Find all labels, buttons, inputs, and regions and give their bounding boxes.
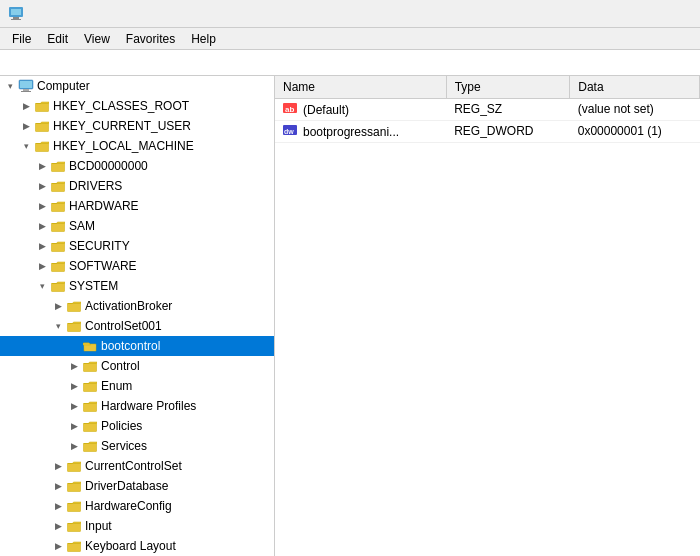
svg-rect-5 <box>20 81 32 88</box>
folder-icon-system <box>50 278 66 294</box>
cell-name-0: ab(Default) <box>275 98 446 120</box>
svg-rect-28 <box>68 524 81 532</box>
svg-rect-27 <box>68 504 81 512</box>
svg-rect-24 <box>84 444 97 452</box>
folder-icon-hardware_profiles <box>82 398 98 414</box>
folder-icon-services <box>82 438 98 454</box>
expand-arrow-enum[interactable]: ▶ <box>66 381 82 391</box>
expand-arrow-currentcontrolset[interactable]: ▶ <box>50 461 66 471</box>
folder-icon-software <box>50 258 66 274</box>
folder-icon-sam <box>50 218 66 234</box>
cell-data-0: (value not set) <box>570 98 700 120</box>
svg-rect-2 <box>13 17 19 19</box>
expand-arrow-hardwareconfig[interactable]: ▶ <box>50 501 66 511</box>
tree-item-keyboard_layout[interactable]: ▶ Keyboard Layout <box>0 536 274 556</box>
expand-arrow-controlset001[interactable]: ▾ <box>50 321 66 331</box>
menu-item-file[interactable]: File <box>4 30 39 48</box>
expand-arrow-policies[interactable]: ▶ <box>66 421 82 431</box>
tree-item-bootcontrol[interactable]: bootcontrol <box>0 336 274 356</box>
table-header: NameTypeData <box>275 76 700 98</box>
expand-arrow-hardware_profiles[interactable]: ▶ <box>66 401 82 411</box>
expand-arrow-keyboard_layout[interactable]: ▶ <box>50 541 66 551</box>
cell-type-1: REG_DWORD <box>446 120 570 142</box>
tree-label-input: Input <box>85 519 112 533</box>
tree-item-hardware_profiles[interactable]: ▶ Hardware Profiles <box>0 396 274 416</box>
tree-item-enum[interactable]: ▶ Enum <box>0 376 274 396</box>
expand-arrow-activationbroker[interactable]: ▶ <box>50 301 66 311</box>
tree-item-computer[interactable]: ▾ Computer <box>0 76 274 96</box>
expand-arrow-drivers[interactable]: ▶ <box>34 181 50 191</box>
tree-item-input[interactable]: ▶ Input <box>0 516 274 536</box>
tree-item-hkey_current_user[interactable]: ▶ HKEY_CURRENT_USER <box>0 116 274 136</box>
tree-label-policies: Policies <box>101 419 142 433</box>
tree-pane[interactable]: ▾ Computer▶ HKEY_CLASSES_ROOT▶ HKEY_CURR… <box>0 76 275 556</box>
tree-item-system[interactable]: ▾ SYSTEM <box>0 276 274 296</box>
expand-arrow-system[interactable]: ▾ <box>34 281 50 291</box>
tree-item-drivers[interactable]: ▶ DRIVERS <box>0 176 274 196</box>
tree-item-hkey_classes_root[interactable]: ▶ HKEY_CLASSES_ROOT <box>0 96 274 116</box>
menu-item-view[interactable]: View <box>76 30 118 48</box>
expand-arrow-hkey_local_machine[interactable]: ▾ <box>18 141 34 151</box>
table-body: ab(Default)REG_SZ(value not set)dwbootpr… <box>275 98 700 142</box>
folder-icon-security <box>50 238 66 254</box>
svg-rect-11 <box>52 164 65 172</box>
expand-arrow-hkey_classes_root[interactable]: ▶ <box>18 101 34 111</box>
svg-rect-12 <box>52 184 65 192</box>
tree-item-software[interactable]: ▶ SOFTWARE <box>0 256 274 276</box>
expand-arrow-computer[interactable]: ▾ <box>2 81 18 91</box>
tree-item-hardwareconfig[interactable]: ▶ HardwareConfig <box>0 496 274 516</box>
expand-arrow-security[interactable]: ▶ <box>34 241 50 251</box>
tree-label-software: SOFTWARE <box>69 259 137 273</box>
cell-name-1: dwbootprogressani... <box>275 120 446 142</box>
col-header-data: Data <box>570 76 700 98</box>
tree-label-system: SYSTEM <box>69 279 118 293</box>
tree-label-hardware_profiles: Hardware Profiles <box>101 399 196 413</box>
tree-label-controlset001: ControlSet001 <box>85 319 162 333</box>
tree-label-hkey_current_user: HKEY_CURRENT_USER <box>53 119 191 133</box>
tree-item-control[interactable]: ▶ Control <box>0 356 274 376</box>
expand-arrow-software[interactable]: ▶ <box>34 261 50 271</box>
tree-item-policies[interactable]: ▶ Policies <box>0 416 274 436</box>
expand-arrow-sam[interactable]: ▶ <box>34 221 50 231</box>
expand-arrow-hardware[interactable]: ▶ <box>34 201 50 211</box>
reg-value-icon-1: dw <box>283 124 299 136</box>
menu-item-edit[interactable]: Edit <box>39 30 76 48</box>
svg-rect-3 <box>11 19 21 20</box>
tree-item-bcd00000000[interactable]: ▶ BCD00000000 <box>0 156 274 176</box>
folder-icon-drivers <box>50 178 66 194</box>
expand-arrow-services[interactable]: ▶ <box>66 441 82 451</box>
tree-item-controlset001[interactable]: ▾ ControlSet001 <box>0 316 274 336</box>
tree-item-sam[interactable]: ▶ SAM <box>0 216 274 236</box>
svg-rect-21 <box>84 384 97 392</box>
tree-label-hkey_local_machine: HKEY_LOCAL_MACHINE <box>53 139 194 153</box>
tree-item-hardware[interactable]: ▶ HARDWARE <box>0 196 274 216</box>
expand-arrow-bcd00000000[interactable]: ▶ <box>34 161 50 171</box>
expand-arrow-driverdatabase[interactable]: ▶ <box>50 481 66 491</box>
tree-label-keyboard_layout: Keyboard Layout <box>85 539 176 553</box>
title-bar <box>0 0 700 28</box>
folder-icon-activationbroker <box>66 298 82 314</box>
table-row-1[interactable]: dwbootprogressani...REG_DWORD0x00000001 … <box>275 120 700 142</box>
svg-rect-9 <box>36 124 49 132</box>
cell-name-text-1: bootprogressani... <box>303 125 399 139</box>
col-header-type: Type <box>446 76 570 98</box>
expand-arrow-input[interactable]: ▶ <box>50 521 66 531</box>
menu-item-help[interactable]: Help <box>183 30 224 48</box>
svg-rect-7 <box>21 91 31 92</box>
folder-icon-keyboard_layout <box>66 538 82 554</box>
tree-item-driverdatabase[interactable]: ▶ DriverDatabase <box>0 476 274 496</box>
address-bar <box>0 50 700 76</box>
tree-item-security[interactable]: ▶ SECURITY <box>0 236 274 256</box>
svg-rect-19 <box>68 324 81 332</box>
tree-item-services[interactable]: ▶ Services <box>0 436 274 456</box>
expand-arrow-hkey_current_user[interactable]: ▶ <box>18 121 34 131</box>
tree-item-activationbroker[interactable]: ▶ ActivationBroker <box>0 296 274 316</box>
folder-icon-control <box>82 358 98 374</box>
tree-item-currentcontrolset[interactable]: ▶ CurrentControlSet <box>0 456 274 476</box>
expand-arrow-control[interactable]: ▶ <box>66 361 82 371</box>
tree-item-hkey_local_machine[interactable]: ▾ HKEY_LOCAL_MACHINE <box>0 136 274 156</box>
menu-item-favorites[interactable]: Favorites <box>118 30 183 48</box>
tree-label-security: SECURITY <box>69 239 130 253</box>
folder-icon-input <box>66 518 82 534</box>
table-row-0[interactable]: ab(Default)REG_SZ(value not set) <box>275 98 700 120</box>
